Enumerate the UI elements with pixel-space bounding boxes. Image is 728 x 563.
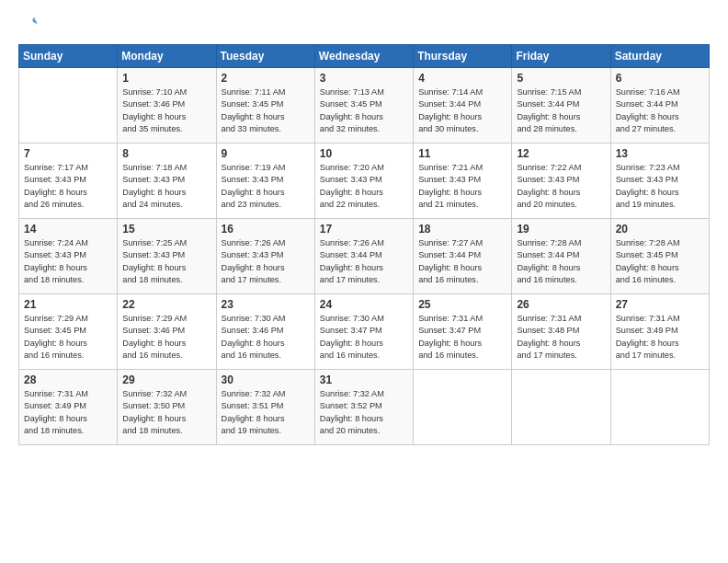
day-number: 2: [222, 72, 310, 85]
day-info: Sunrise: 7:31 AM Sunset: 3:47 PM Dayligh…: [418, 313, 506, 362]
day-number: 20: [616, 223, 704, 236]
day-cell: [512, 370, 610, 445]
day-info: Sunrise: 7:26 AM Sunset: 3:44 PM Dayligh…: [320, 237, 408, 286]
day-cell: 19Sunrise: 7:28 AM Sunset: 3:44 PM Dayli…: [512, 219, 610, 294]
week-row-1: 1Sunrise: 7:10 AM Sunset: 3:46 PM Daylig…: [19, 68, 710, 144]
day-number: 15: [122, 223, 210, 236]
day-info: Sunrise: 7:22 AM Sunset: 3:43 PM Dayligh…: [517, 162, 605, 211]
day-cell: 28Sunrise: 7:31 AM Sunset: 3:49 PM Dayli…: [19, 370, 118, 445]
week-row-3: 14Sunrise: 7:24 AM Sunset: 3:43 PM Dayli…: [19, 219, 710, 294]
page: SundayMondayTuesdayWednesdayThursdayFrid…: [0, 0, 728, 563]
day-info: Sunrise: 7:25 AM Sunset: 3:43 PM Dayligh…: [122, 237, 210, 286]
week-row-5: 28Sunrise: 7:31 AM Sunset: 3:49 PM Dayli…: [19, 370, 710, 445]
day-info: Sunrise: 7:10 AM Sunset: 3:46 PM Dayligh…: [122, 86, 210, 135]
day-info: Sunrise: 7:29 AM Sunset: 3:46 PM Dayligh…: [122, 313, 210, 362]
day-cell: 22Sunrise: 7:29 AM Sunset: 3:46 PM Dayli…: [118, 294, 216, 370]
weekday-monday: Monday: [118, 45, 216, 68]
day-info: Sunrise: 7:14 AM Sunset: 3:44 PM Dayligh…: [418, 86, 506, 135]
day-cell: 23Sunrise: 7:30 AM Sunset: 3:46 PM Dayli…: [216, 294, 314, 370]
day-number: 1: [122, 72, 210, 85]
day-number: 24: [320, 298, 408, 311]
day-info: Sunrise: 7:32 AM Sunset: 3:50 PM Dayligh…: [122, 388, 210, 437]
day-number: 4: [418, 72, 506, 85]
day-cell: 3Sunrise: 7:13 AM Sunset: 3:45 PM Daylig…: [314, 68, 413, 144]
day-number: 13: [616, 147, 704, 160]
day-info: Sunrise: 7:27 AM Sunset: 3:44 PM Dayligh…: [418, 237, 506, 286]
day-number: 19: [517, 223, 605, 236]
weekday-saturday: Saturday: [610, 45, 709, 68]
day-number: 11: [418, 147, 506, 160]
day-number: 27: [616, 298, 704, 311]
day-cell: [414, 370, 512, 445]
day-number: 22: [122, 298, 210, 311]
day-cell: 7Sunrise: 7:17 AM Sunset: 3:43 PM Daylig…: [19, 144, 118, 219]
logo-bird-icon: [20, 15, 40, 35]
day-cell: 8Sunrise: 7:18 AM Sunset: 3:43 PM Daylig…: [118, 144, 216, 219]
day-info: Sunrise: 7:28 AM Sunset: 3:45 PM Dayligh…: [616, 237, 704, 286]
day-info: Sunrise: 7:11 AM Sunset: 3:45 PM Dayligh…: [222, 86, 310, 135]
week-row-2: 7Sunrise: 7:17 AM Sunset: 3:43 PM Daylig…: [19, 144, 710, 219]
header: [18, 17, 710, 35]
day-cell: [610, 370, 709, 445]
day-cell: 27Sunrise: 7:31 AM Sunset: 3:49 PM Dayli…: [610, 294, 709, 370]
weekday-friday: Friday: [512, 45, 610, 68]
day-cell: 16Sunrise: 7:26 AM Sunset: 3:43 PM Dayli…: [216, 219, 314, 294]
week-row-4: 21Sunrise: 7:29 AM Sunset: 3:45 PM Dayli…: [19, 294, 710, 370]
day-info: Sunrise: 7:13 AM Sunset: 3:45 PM Dayligh…: [320, 86, 408, 135]
day-cell: 20Sunrise: 7:28 AM Sunset: 3:45 PM Dayli…: [610, 219, 709, 294]
day-number: 3: [320, 72, 408, 85]
day-cell: 30Sunrise: 7:32 AM Sunset: 3:51 PM Dayli…: [216, 370, 314, 445]
day-cell: 14Sunrise: 7:24 AM Sunset: 3:43 PM Dayli…: [19, 219, 118, 294]
day-info: Sunrise: 7:29 AM Sunset: 3:45 PM Dayligh…: [24, 313, 112, 362]
weekday-sunday: Sunday: [19, 45, 118, 68]
day-cell: 31Sunrise: 7:32 AM Sunset: 3:52 PM Dayli…: [314, 370, 413, 445]
day-cell: 12Sunrise: 7:22 AM Sunset: 3:43 PM Dayli…: [512, 144, 610, 219]
day-cell: 2Sunrise: 7:11 AM Sunset: 3:45 PM Daylig…: [216, 68, 314, 144]
weekday-header-row: SundayMondayTuesdayWednesdayThursdayFrid…: [19, 45, 710, 68]
day-cell: [19, 68, 118, 144]
day-number: 16: [222, 223, 310, 236]
day-number: 12: [517, 147, 605, 160]
day-cell: 5Sunrise: 7:15 AM Sunset: 3:44 PM Daylig…: [512, 68, 610, 144]
day-number: 25: [418, 298, 506, 311]
day-info: Sunrise: 7:26 AM Sunset: 3:43 PM Dayligh…: [222, 237, 310, 286]
day-info: Sunrise: 7:30 AM Sunset: 3:47 PM Dayligh…: [320, 313, 408, 362]
day-info: Sunrise: 7:20 AM Sunset: 3:43 PM Dayligh…: [320, 162, 408, 211]
day-cell: 24Sunrise: 7:30 AM Sunset: 3:47 PM Dayli…: [314, 294, 413, 370]
day-cell: 1Sunrise: 7:10 AM Sunset: 3:46 PM Daylig…: [118, 68, 216, 144]
day-info: Sunrise: 7:28 AM Sunset: 3:44 PM Dayligh…: [517, 237, 605, 286]
day-info: Sunrise: 7:16 AM Sunset: 3:44 PM Dayligh…: [616, 86, 704, 135]
day-number: 23: [222, 298, 310, 311]
day-number: 26: [517, 298, 605, 311]
day-number: 5: [517, 72, 605, 85]
day-number: 8: [122, 147, 210, 160]
day-info: Sunrise: 7:17 AM Sunset: 3:43 PM Dayligh…: [24, 162, 112, 211]
day-cell: 9Sunrise: 7:19 AM Sunset: 3:43 PM Daylig…: [216, 144, 314, 219]
day-info: Sunrise: 7:18 AM Sunset: 3:43 PM Dayligh…: [122, 162, 210, 211]
day-info: Sunrise: 7:19 AM Sunset: 3:43 PM Dayligh…: [222, 162, 310, 211]
day-info: Sunrise: 7:32 AM Sunset: 3:51 PM Dayligh…: [222, 388, 310, 437]
weekday-tuesday: Tuesday: [216, 45, 314, 68]
day-info: Sunrise: 7:23 AM Sunset: 3:43 PM Dayligh…: [616, 162, 704, 211]
day-info: Sunrise: 7:31 AM Sunset: 3:49 PM Dayligh…: [24, 388, 112, 437]
logo: [18, 17, 40, 35]
day-info: Sunrise: 7:31 AM Sunset: 3:48 PM Dayligh…: [517, 313, 605, 362]
day-number: 6: [616, 72, 704, 85]
day-cell: 6Sunrise: 7:16 AM Sunset: 3:44 PM Daylig…: [610, 68, 709, 144]
day-number: 31: [320, 373, 408, 386]
day-cell: 17Sunrise: 7:26 AM Sunset: 3:44 PM Dayli…: [314, 219, 413, 294]
day-number: 30: [222, 373, 310, 386]
day-cell: 13Sunrise: 7:23 AM Sunset: 3:43 PM Dayli…: [610, 144, 709, 219]
day-cell: 25Sunrise: 7:31 AM Sunset: 3:47 PM Dayli…: [414, 294, 512, 370]
day-info: Sunrise: 7:15 AM Sunset: 3:44 PM Dayligh…: [517, 86, 605, 135]
day-number: 29: [122, 373, 210, 386]
day-number: 7: [24, 147, 112, 160]
day-number: 10: [320, 147, 408, 160]
day-number: 28: [24, 373, 112, 386]
day-info: Sunrise: 7:21 AM Sunset: 3:43 PM Dayligh…: [418, 162, 506, 211]
day-number: 21: [24, 298, 112, 311]
day-cell: 26Sunrise: 7:31 AM Sunset: 3:48 PM Dayli…: [512, 294, 610, 370]
day-number: 18: [418, 223, 506, 236]
day-number: 9: [222, 147, 310, 160]
day-cell: 11Sunrise: 7:21 AM Sunset: 3:43 PM Dayli…: [414, 144, 512, 219]
